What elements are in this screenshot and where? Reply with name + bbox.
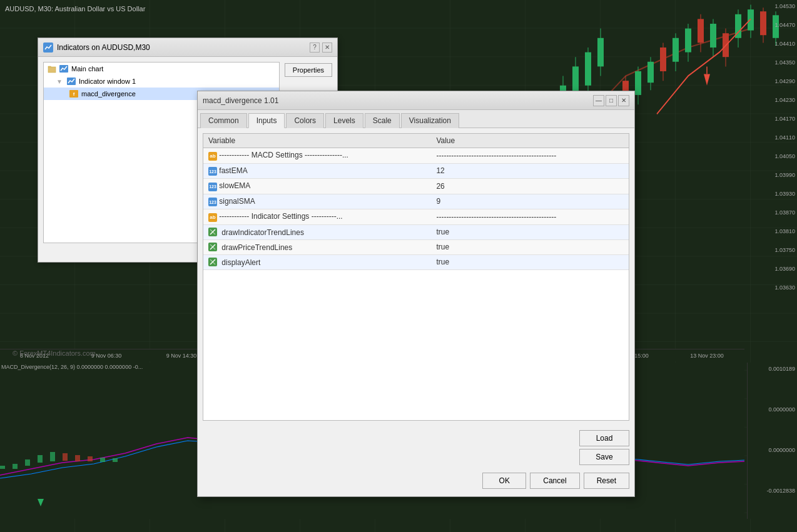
tf-icon-displayalert <box>208 258 217 266</box>
macd-price-4: -0.0012838 <box>766 488 795 494</box>
tf-icon-drawindicator <box>208 228 217 236</box>
ab-icon: ab <box>208 152 217 161</box>
ab-icon-indicator: ab <box>208 213 217 222</box>
svg-rect-65 <box>647 62 654 83</box>
svg-rect-92 <box>50 452 55 461</box>
tree-macd-divergence-label: macd_divergence <box>81 90 136 98</box>
svg-rect-99 <box>48 67 56 73</box>
props-close-button[interactable]: ✕ <box>618 95 629 106</box>
svg-rect-23 <box>585 53 591 86</box>
table-row: 123 slowEMA 26 <box>203 179 629 194</box>
tree-indicator-window-label: Indicator window 1 <box>79 78 136 85</box>
inputs-table: Variable Value ab ------------ MACD Sett… <box>203 134 629 270</box>
svg-rect-96 <box>100 458 105 462</box>
cancel-button[interactable]: Cancel <box>530 473 579 489</box>
watermark: © ForexMT4Indicators.com <box>13 349 96 357</box>
chart-title: AUDUSD, M30: Australian Dollar vs US Dol… <box>5 5 145 13</box>
inputs-table-container: Variable Value ab ------------ MACD Sett… <box>203 133 629 421</box>
svg-rect-75 <box>710 24 716 48</box>
value-displayalert[interactable]: true <box>431 254 629 269</box>
props-titlebar: macd_divergence 1.01 — □ ✕ <box>198 91 634 110</box>
expand-icon: ▼ <box>56 78 63 85</box>
svg-rect-89 <box>13 464 18 469</box>
save-button[interactable]: Save <box>579 449 629 465</box>
variable-slowema: slowEMA <box>219 181 250 190</box>
svg-rect-95 <box>88 456 93 461</box>
price-label-7: 1.04170 <box>774 116 795 122</box>
indicators-title-text: Indicators on AUDUSD,M30 <box>57 43 150 52</box>
variable-macd-settings: ------------ MACD Settings -------------… <box>219 151 348 159</box>
price-label-11: 1.03930 <box>774 191 795 197</box>
properties-button[interactable]: Properties <box>285 63 332 77</box>
ok-button[interactable]: OK <box>482 473 526 489</box>
table-row: ab ------------ Indicator Settings -----… <box>203 209 629 225</box>
svg-rect-90 <box>25 459 30 466</box>
price-label-4: 1.04350 <box>774 59 795 66</box>
indicators-close-button[interactable]: ✕ <box>322 43 332 53</box>
price-label-3: 1.04410 <box>774 41 795 47</box>
svg-rect-25 <box>597 38 604 67</box>
123-icon-fastema: 123 <box>208 167 217 176</box>
tabs-bar: Common Inputs Colors Levels Scale Visual… <box>198 110 634 128</box>
price-label-14: 1.03750 <box>774 247 795 253</box>
props-title: macd_divergence 1.01 <box>203 96 278 105</box>
load-button[interactable]: Load <box>579 430 629 446</box>
table-row: drawIndicatorTrendLines true <box>203 224 629 239</box>
indicators-help-button[interactable]: ? <box>310 43 320 53</box>
props-maximize-button[interactable]: □ <box>606 95 617 106</box>
price-label-9: 1.04050 <box>774 153 795 159</box>
table-row: 123 fastEMA 12 <box>203 163 629 179</box>
col-variable: Variable <box>203 134 431 148</box>
tab-visualization[interactable]: Visualization <box>401 113 459 128</box>
props-minimize-button[interactable]: — <box>593 95 604 106</box>
tree-item-indicator-window[interactable]: ▼ Indicator window 1 <box>44 75 279 88</box>
tree-item-main-chart[interactable]: Main chart <box>44 63 279 75</box>
value-drawindicator[interactable]: true <box>431 224 629 239</box>
tab-scale[interactable]: Scale <box>365 113 400 128</box>
table-row: displayAlert true <box>203 254 629 269</box>
tab-colors[interactable]: Colors <box>286 113 324 128</box>
table-row: ab ------------ MACD Settings ----------… <box>203 148 629 164</box>
svg-marker-98 <box>38 499 44 506</box>
props-dialog: macd_divergence 1.01 — □ ✕ Common Inputs… <box>197 91 635 497</box>
123-icon-signalsma: 123 <box>208 198 217 206</box>
tree-main-chart-label: Main chart <box>71 65 103 73</box>
value-signalsma[interactable]: 9 <box>431 194 629 209</box>
svg-rect-91 <box>38 455 43 463</box>
variable-fastema: fastEMA <box>219 166 247 175</box>
value-drawprice[interactable]: true <box>431 239 629 254</box>
price-label-13: 1.03810 <box>774 228 795 234</box>
svg-rect-67 <box>660 48 666 71</box>
macd-label: MACD_Divergence(12, 26, 9) 0.0000000 0.0… <box>1 364 143 370</box>
svg-rect-93 <box>63 453 68 461</box>
value-macd-settings: ----------------------------------------… <box>431 148 629 164</box>
reset-button[interactable]: Reset <box>584 473 629 489</box>
bottom-buttons: OK Cancel Reset <box>482 473 629 489</box>
indicators-title-icon <box>43 43 53 53</box>
price-label-2: 1.04470 <box>774 22 795 28</box>
svg-rect-97 <box>113 458 118 462</box>
col-value: Value <box>431 134 629 148</box>
tab-levels[interactable]: Levels <box>325 113 363 128</box>
svg-rect-63 <box>635 71 641 95</box>
svg-rect-71 <box>685 29 691 53</box>
price-label-6: 1.04230 <box>774 97 795 103</box>
variable-signalsma: signalSMA <box>219 197 255 206</box>
svg-rect-69 <box>673 38 679 62</box>
macd-price-3: 0.0000000 <box>768 447 795 453</box>
value-fastema[interactable]: 12 <box>431 163 629 179</box>
time-label-10: 13 Nov 23:00 <box>669 353 744 359</box>
value-slowema[interactable]: 26 <box>431 179 629 194</box>
price-label-5: 1.04290 <box>774 78 795 84</box>
tab-inputs[interactable]: Inputs <box>248 113 285 128</box>
variable-drawindicator: drawIndicatorTrendLines <box>221 228 304 237</box>
tf-icon-drawprice <box>208 243 217 251</box>
side-buttons: Load Save <box>579 430 629 465</box>
price-label-8: 1.04110 <box>774 134 795 141</box>
svg-rect-94 <box>75 455 80 461</box>
svg-rect-88 <box>0 466 5 469</box>
price-label-10: 1.03990 <box>774 172 795 178</box>
tab-common[interactable]: Common <box>200 113 247 128</box>
indicators-titlebar: Indicators on AUDUSD,M30 ? ✕ <box>38 38 337 57</box>
macd-price-1: 0.0010189 <box>768 366 795 372</box>
